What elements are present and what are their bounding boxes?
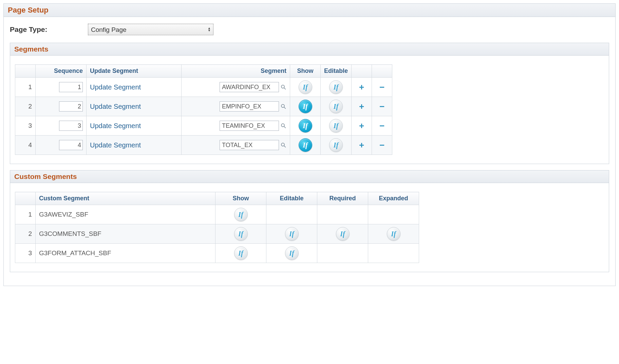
magnifier-icon[interactable]	[280, 142, 286, 148]
minus-icon[interactable]: −	[379, 83, 384, 92]
if-condition-icon[interactable]: If	[299, 100, 312, 113]
update-segment-link[interactable]: Update Segment	[90, 83, 141, 91]
svg-line-3	[284, 107, 286, 109]
plus-icon[interactable]: +	[359, 141, 364, 149]
row-number: 3	[15, 244, 36, 263]
segment-cell	[182, 97, 290, 116]
show-cell: If	[290, 136, 321, 155]
page-type-select-wrap: Config Page ▲▼	[88, 24, 213, 35]
update-segment-cell: Update Segment	[87, 78, 182, 97]
magnifier-icon[interactable]	[280, 84, 286, 90]
svg-point-0	[281, 85, 284, 88]
custom-header-show: Show	[215, 192, 266, 205]
sequence-cell	[36, 78, 87, 97]
editable-cell	[266, 205, 317, 224]
segments-header-update: Update Segment	[87, 65, 182, 78]
plus-icon[interactable]: +	[359, 121, 364, 130]
segment-input[interactable]	[220, 101, 279, 112]
segment-input[interactable]	[220, 82, 279, 92]
minus-icon[interactable]: −	[379, 141, 384, 149]
page-type-label: Page Type:	[10, 25, 88, 34]
if-condition-icon[interactable]: If	[329, 119, 343, 133]
expanded-cell	[368, 244, 419, 263]
custom-header-editable: Editable	[266, 192, 317, 205]
segments-header-sequence: Sequence	[36, 65, 87, 78]
segments-header-editable: Editable	[321, 65, 352, 78]
show-cell: If	[290, 78, 321, 97]
svg-point-2	[281, 104, 284, 107]
if-condition-icon[interactable]: If	[234, 227, 248, 241]
if-condition-icon[interactable]: If	[329, 100, 343, 113]
custom-segment-name: G3AWEVIZ_SBF	[36, 205, 215, 224]
if-condition-icon[interactable]: If	[329, 138, 343, 152]
magnifier-icon[interactable]	[280, 103, 286, 109]
table-row: 2Update SegmentIfIf+−	[15, 97, 392, 116]
if-condition-icon[interactable]: If	[234, 246, 248, 260]
row-number: 4	[15, 136, 36, 155]
segments-title: Segments	[10, 43, 609, 56]
if-condition-icon[interactable]: If	[299, 119, 312, 133]
add-row-cell: +	[352, 78, 372, 97]
sequence-input[interactable]	[59, 140, 83, 150]
segments-header-segment: Segment	[182, 65, 290, 78]
if-condition-icon[interactable]: If	[387, 227, 400, 241]
custom-segments-title: Custom Segments	[10, 170, 609, 183]
sequence-input[interactable]	[59, 101, 83, 112]
segments-panel: Segments Sequence Update Segment Segment…	[10, 43, 609, 164]
custom-segment-name: G3COMMENTS_SBF	[36, 224, 215, 244]
sequence-cell	[36, 136, 87, 155]
page-setup-title: Page Setup	[4, 4, 615, 17]
show-cell: If	[215, 244, 266, 263]
plus-icon[interactable]: +	[359, 83, 364, 92]
custom-header-required: Required	[317, 192, 368, 205]
custom-header-expanded: Expanded	[368, 192, 419, 205]
segment-input[interactable]	[220, 140, 279, 150]
custom-segments-panel: Custom Segments Custom Segment Show Edit…	[10, 170, 609, 272]
remove-row-cell: −	[372, 136, 392, 155]
table-row: 1G3AWEVIZ_SBFIf	[15, 205, 419, 224]
table-row: 3G3FORM_ATTACH_SBFIfIf	[15, 244, 419, 263]
if-condition-icon[interactable]: If	[336, 227, 350, 241]
remove-row-cell: −	[372, 78, 392, 97]
segment-cell	[182, 136, 290, 155]
update-segment-cell: Update Segment	[87, 116, 182, 136]
page-type-select[interactable]: Config Page	[88, 24, 213, 35]
segment-input[interactable]	[220, 121, 279, 131]
plus-icon[interactable]: +	[359, 102, 364, 111]
update-segment-link[interactable]: Update Segment	[90, 103, 141, 110]
custom-segments-grid: Custom Segment Show Editable Required Ex…	[15, 192, 419, 263]
magnifier-icon[interactable]	[280, 123, 286, 129]
if-condition-icon[interactable]: If	[299, 138, 312, 152]
update-segment-cell: Update Segment	[87, 136, 182, 155]
svg-point-4	[281, 124, 284, 127]
page-setup-panel: Page Setup Page Type: Config Page ▲▼ Seg…	[3, 3, 616, 286]
required-cell	[317, 205, 368, 224]
expanded-cell	[368, 205, 419, 224]
sequence-input[interactable]	[59, 82, 83, 92]
editable-cell: If	[321, 97, 352, 116]
required-cell: If	[317, 224, 368, 244]
if-condition-icon[interactable]: If	[285, 227, 299, 241]
add-row-cell: +	[352, 136, 372, 155]
row-number: 3	[15, 116, 36, 136]
if-condition-icon[interactable]: If	[329, 80, 343, 94]
add-row-cell: +	[352, 97, 372, 116]
custom-header-blank	[15, 192, 36, 205]
if-condition-icon[interactable]: If	[234, 208, 248, 221]
if-condition-icon[interactable]: If	[299, 80, 312, 94]
show-cell: If	[215, 224, 266, 244]
if-condition-icon[interactable]: If	[285, 246, 299, 260]
update-segment-cell: Update Segment	[87, 97, 182, 116]
update-segment-link[interactable]: Update Segment	[90, 141, 141, 149]
custom-segment-name: G3FORM_ATTACH_SBF	[36, 244, 215, 263]
minus-icon[interactable]: −	[379, 102, 384, 111]
svg-line-1	[284, 88, 286, 89]
sequence-input[interactable]	[59, 121, 83, 131]
table-row: 3Update SegmentIfIf+−	[15, 116, 392, 136]
minus-icon[interactable]: −	[379, 121, 384, 130]
add-row-cell: +	[352, 116, 372, 136]
update-segment-link[interactable]: Update Segment	[90, 122, 141, 129]
table-row: 4Update SegmentIfIf+−	[15, 136, 392, 155]
row-number: 2	[15, 97, 36, 116]
custom-header-name: Custom Segment	[36, 192, 215, 205]
